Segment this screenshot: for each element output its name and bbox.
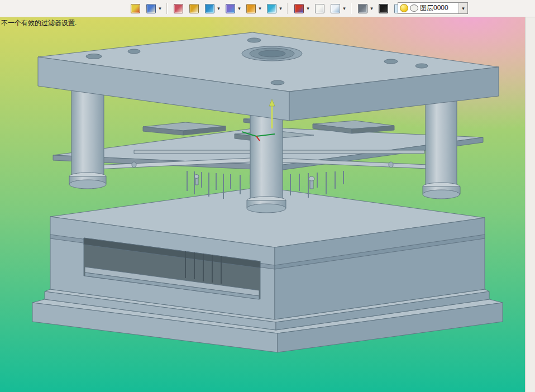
- pen-red-glyph: [174, 4, 183, 13]
- doc-export-icon[interactable]: [128, 2, 142, 15]
- sphere-wireframe-icon[interactable]: [244, 2, 257, 15]
- box-3d-icon[interactable]: [203, 2, 216, 15]
- pencil-edit-dropdown-arrow[interactable]: ▾: [157, 6, 163, 11]
- layer-state-icon[interactable]: [410, 4, 418, 12]
- layers-stack-dropdown-arrow[interactable]: ▾: [237, 6, 242, 11]
- guide-pillar-left[interactable]: [69, 89, 106, 189]
- locate-target-icon[interactable]: [292, 2, 305, 15]
- sphere-wireframe-dropdown-arrow[interactable]: ▾: [257, 6, 262, 11]
- paint-brush-icon[interactable]: [187, 2, 200, 15]
- doc-export-glyph: [131, 4, 140, 13]
- viewport: 不一个有效的过滤器设置.: [0, 17, 535, 392]
- scrollbar[interactable]: [525, 17, 535, 392]
- frame-light-glyph: [315, 4, 324, 13]
- pen-red-icon[interactable]: [171, 2, 185, 15]
- sphere-wireframe-glyph: [246, 4, 256, 13]
- toolbar-separator: [351, 3, 352, 14]
- box-select-glyph: [267, 4, 276, 13]
- layer-combobox[interactable]: 图层0000 ▾: [398, 2, 468, 14]
- guide-pillar-right[interactable]: [423, 95, 460, 199]
- toolbar-separator: [166, 3, 168, 14]
- layers-stack-glyph: [226, 4, 235, 13]
- pencil-edit-glyph: [146, 4, 156, 13]
- toolbar-separator: [287, 3, 288, 14]
- paint-brush-glyph: [189, 4, 199, 13]
- box-3d-glyph: [205, 4, 214, 13]
- frame-light-icon[interactable]: [313, 2, 326, 15]
- layer-combo-dropdown-arrow[interactable]: ▾: [458, 3, 467, 13]
- thick-line-glyph: [379, 4, 388, 13]
- clip-plane-icon[interactable]: [328, 2, 342, 15]
- box-select-icon[interactable]: [265, 2, 278, 15]
- locate-target-glyph: [294, 4, 304, 13]
- model-canvas[interactable]: [0, 17, 535, 392]
- box-shaded-icon[interactable]: [356, 2, 369, 15]
- toolbar-icons: ▾▾▾▾▾▾▾▾▾: [128, 2, 426, 15]
- toolbar: ▾▾▾▾▾▾▾▾▾ 图层0000 ▾: [0, 0, 535, 17]
- clip-plane-glyph: [331, 4, 340, 13]
- box-select-dropdown-arrow[interactable]: ▾: [278, 6, 283, 11]
- box-shaded-dropdown-arrow[interactable]: ▾: [369, 6, 374, 11]
- guide-pillar-center[interactable]: [247, 112, 286, 213]
- thick-line-icon[interactable]: [376, 2, 390, 15]
- layer-visibility-bulb-icon[interactable]: [400, 4, 408, 12]
- clip-plane-dropdown-arrow[interactable]: ▾: [342, 6, 347, 11]
- pencil-edit-icon[interactable]: [144, 2, 157, 15]
- locate-target-dropdown-arrow[interactable]: ▾: [305, 6, 311, 11]
- status-message: 不一个有效的过滤器设置.: [1, 18, 77, 28]
- box-3d-dropdown-arrow[interactable]: ▾: [216, 6, 221, 11]
- box-shaded-glyph: [358, 4, 367, 13]
- layer-name-label: 图层0000: [420, 3, 457, 13]
- layers-stack-icon[interactable]: [223, 2, 237, 15]
